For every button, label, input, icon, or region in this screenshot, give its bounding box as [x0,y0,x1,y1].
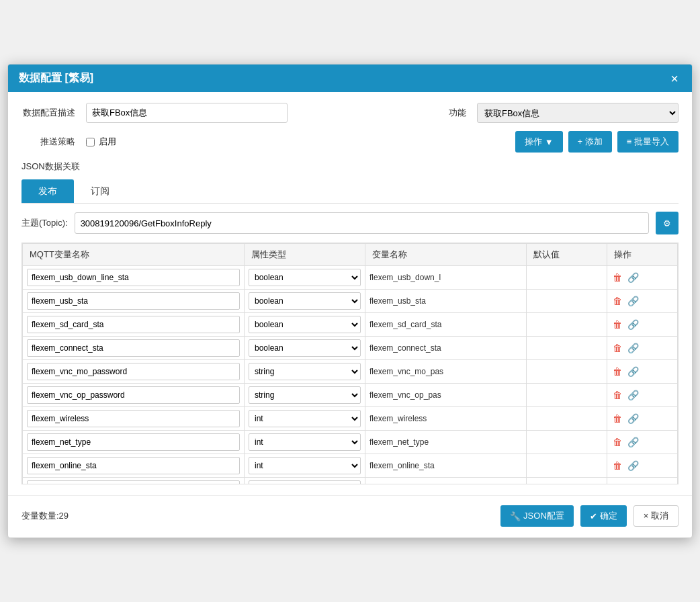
mqtt-table: MQTT变量名称 属性类型 变量名称 默认值 操作 booleanstringi… [22,243,678,484]
var-name-value: flexem_usb_down_l [369,273,464,282]
link-row-button[interactable]: 🔗 [626,435,640,449]
type-select[interactable]: booleanstringintuintfloatdouble [249,292,361,310]
action-buttons: 操作 ▼ + 添加 ≡ 批量导入 [515,131,679,153]
desc-input[interactable] [86,103,288,123]
delete-row-button[interactable]: 🗑 [611,318,623,331]
action-icons: 🗑 🔗 [611,459,673,472]
mqtt-name-input[interactable] [27,316,240,333]
link-row-button[interactable]: 🔗 [626,412,640,425]
type-select[interactable]: booleanstringintuintfloatdouble [249,457,361,474]
mqtt-name-input[interactable] [27,457,240,474]
type-select[interactable]: booleanstringintuintfloatdouble [249,433,361,451]
func-label: 功能 [412,107,466,119]
tab-publish[interactable]: 发布 [21,179,74,203]
cell-action: 🗑 🔗 [607,290,678,313]
table-row: booleanstringintuintfloatdoubleflexem_us… [23,266,678,290]
mqtt-name-input[interactable] [27,480,240,484]
json-link-row: JSON数据关联 [21,161,679,173]
cell-action: 🗑 🔗 [607,454,678,478]
func-select[interactable]: 获取FBox信息 [477,103,679,123]
table-header-row: MQTT变量名称 属性类型 变量名称 默认值 操作 [23,244,678,266]
delete-row-button[interactable]: 🗑 [611,294,623,308]
batch-import-button[interactable]: ≡ 批量导入 [617,131,679,153]
push-checkbox[interactable] [86,138,95,146]
cell-default [527,384,607,407]
cell-type: booleanstringintuintfloatdouble [245,313,365,337]
type-select[interactable]: booleanstringintuintfloatdouble [249,339,361,357]
cell-var-name: flexem_usb_down_l [365,266,527,290]
type-select[interactable]: booleanstringintuintfloatdouble [249,480,361,484]
cell-type: booleanstringintuintfloatdouble [245,360,365,384]
link-row-button[interactable]: 🔗 [626,318,640,331]
table-row: booleanstringintuintfloatdoubleflexem_wi… [23,407,678,431]
topic-input[interactable] [75,212,649,234]
operate-button[interactable]: 操作 ▼ [515,131,563,153]
mqtt-name-input[interactable] [27,410,240,427]
cell-default [527,360,607,384]
var-name-value: flexem_sd_card_sta [369,320,464,329]
action-icons: 🗑 🔗 [611,435,673,449]
mqtt-name-input[interactable] [27,433,240,451]
action-icons: 🗑 🔗 [611,365,673,378]
mqtt-name-input[interactable] [27,269,240,286]
delete-row-button[interactable]: 🗑 [611,271,623,284]
cell-default [527,478,607,485]
mqtt-name-input[interactable] [27,363,240,380]
link-row-button[interactable]: 🔗 [626,294,640,308]
delete-row-button[interactable]: 🗑 [611,482,623,484]
action-icons: 🗑 🔗 [611,482,673,484]
cell-default [527,337,607,360]
delete-row-button[interactable]: 🗑 [611,459,623,472]
delete-row-button[interactable]: 🗑 [611,365,623,378]
link-row-button[interactable]: 🔗 [626,365,640,378]
link-row-button[interactable]: 🔗 [626,271,640,284]
delete-row-button[interactable]: 🗑 [611,435,623,449]
mqtt-name-input[interactable] [27,292,240,310]
json-link-label: JSON数据关联 [21,161,80,173]
cell-action: 🗑 🔗 [607,337,678,360]
tab-subscribe[interactable]: 订阅 [74,179,126,203]
json-config-button[interactable]: 🔧 JSON配置 [500,505,574,527]
push-checkbox-label[interactable]: 启用 [86,136,116,148]
table-body: booleanstringintuintfloatdoubleflexem_us… [23,266,678,485]
link-row-button[interactable]: 🔗 [626,388,640,402]
cell-action: 🗑 🔗 [607,360,678,384]
dialog-body: 数据配置描述 功能 获取FBox信息 推送策略 启用 操作 ▼ + 添加 ≡ 批… [8,92,692,495]
main-dialog: 数据配置 [繁易] × 数据配置描述 功能 获取FBox信息 推送策略 启用 操… [7,64,693,538]
delete-row-button[interactable]: 🗑 [611,341,623,355]
form-row-2: 推送策略 启用 操作 ▼ + 添加 ≡ 批量导入 [21,131,679,153]
cancel-button[interactable]: × 取消 [633,505,679,527]
mqtt-name-input[interactable] [27,386,240,404]
var-name-value: flexem_usb_sta [369,296,464,306]
cell-default [527,266,607,290]
type-select[interactable]: booleanstringintuintfloatdouble [249,363,361,380]
cell-action: 🗑 🔗 [607,313,678,337]
action-icons: 🗑 🔗 [611,341,673,355]
cell-var-name: flexem_connect_sta [365,337,527,360]
push-label: 推送策略 [21,136,75,148]
close-button[interactable]: × [668,72,681,85]
table-row: booleanstringintuintfloatdoubleflexem_on… [23,454,678,478]
type-select[interactable]: booleanstringintuintfloatdouble [249,316,361,333]
topic-gear-button[interactable]: ⚙ [656,212,679,234]
dialog-header: 数据配置 [繁易] × [8,64,692,92]
delete-row-button[interactable]: 🗑 [611,412,623,425]
cell-var-name: flexem_vnc_op_pas [365,384,527,407]
type-select[interactable]: booleanstringintuintfloatdouble [249,269,361,286]
type-select[interactable]: booleanstringintuintfloatdouble [249,386,361,404]
link-row-button[interactable]: 🔗 [626,341,640,355]
delete-row-button[interactable]: 🗑 [611,388,623,402]
cell-var-name: flexem_wireless [365,407,527,431]
desc-label: 数据配置描述 [21,107,75,119]
confirm-button[interactable]: ✔ 确定 [580,505,627,527]
table-row: booleanstringintuintfloatdoubleflexem_us… [23,290,678,313]
link-row-button[interactable]: 🔗 [626,459,640,472]
mqtt-name-input[interactable] [27,339,240,357]
var-name-value: flexem_net_type [369,437,464,447]
footer-buttons: 🔧 JSON配置 ✔ 确定 × 取消 [500,505,679,527]
action-icons: 🗑 🔗 [611,388,673,402]
table-row: booleanstringintuintfloatdoubleflexem_vn… [23,384,678,407]
type-select[interactable]: booleanstringintuintfloatdouble [249,410,361,427]
link-row-button[interactable]: 🔗 [626,482,640,484]
add-button[interactable]: + 添加 [568,131,612,153]
